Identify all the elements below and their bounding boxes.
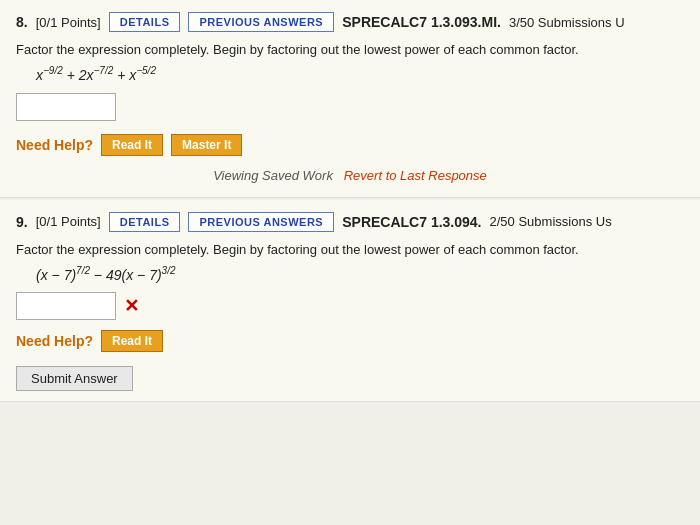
details-button-8[interactable]: DETAILS bbox=[109, 12, 181, 32]
problem-8-instructions: Factor the expression completely. Begin … bbox=[16, 42, 684, 57]
problem-8-code: SPRECALC7 1.3.093.MI. bbox=[342, 14, 501, 30]
problem-9-code: SPRECALC7 1.3.094. bbox=[342, 214, 481, 230]
incorrect-mark: ✕ bbox=[124, 295, 139, 317]
problem-8-answer-input[interactable] bbox=[16, 93, 116, 121]
problem-9-instructions: Factor the expression completely. Begin … bbox=[16, 242, 684, 257]
problem-9: 9. [0/1 Points] DETAILS PREVIOUS ANSWERS… bbox=[0, 200, 700, 403]
problem-9-header: 9. [0/1 Points] DETAILS PREVIOUS ANSWERS… bbox=[16, 212, 684, 232]
problem-9-expression: (x − 7)7/2 − 49(x − 7)3/2 bbox=[36, 265, 684, 283]
problem-9-answer-input[interactable] bbox=[16, 292, 116, 320]
read-it-button-8[interactable]: Read It bbox=[101, 134, 163, 156]
problem-9-need-help: Need Help? bbox=[16, 333, 93, 349]
problem-9-points: [0/1 Points] bbox=[36, 214, 101, 229]
revert-link[interactable]: Revert to Last Response bbox=[344, 168, 487, 183]
problem-8-header: 8. [0/1 Points] DETAILS PREVIOUS ANSWERS… bbox=[16, 12, 684, 32]
problem-9-number: 9. bbox=[16, 214, 28, 230]
read-it-button-9[interactable]: Read It bbox=[101, 330, 163, 352]
problem-8: 8. [0/1 Points] DETAILS PREVIOUS ANSWERS… bbox=[0, 0, 700, 198]
problem-9-submissions: 2/50 Submissions Us bbox=[490, 214, 612, 229]
details-button-9[interactable]: DETAILS bbox=[109, 212, 181, 232]
problem-8-need-help: Need Help? bbox=[16, 137, 93, 153]
problem-8-help-row: Need Help? Read It Master It bbox=[16, 134, 684, 156]
problem-9-answer-row: ✕ bbox=[16, 292, 684, 320]
viewing-saved-row: Viewing Saved Work Revert to Last Respon… bbox=[16, 164, 684, 187]
prev-answers-button-9[interactable]: PREVIOUS ANSWERS bbox=[188, 212, 334, 232]
problem-9-help-row: Need Help? Read It bbox=[16, 330, 684, 352]
problem-8-submissions: 3/50 Submissions U bbox=[509, 15, 625, 30]
submit-answer-button[interactable]: Submit Answer bbox=[16, 366, 133, 391]
master-it-button-8[interactable]: Master It bbox=[171, 134, 242, 156]
prev-answers-button-8[interactable]: PREVIOUS ANSWERS bbox=[188, 12, 334, 32]
problem-8-points: [0/1 Points] bbox=[36, 15, 101, 30]
problem-8-expression: x−9/2 + 2x−7/2 + x−5/2 bbox=[36, 65, 684, 83]
problem-8-number: 8. bbox=[16, 14, 28, 30]
viewing-saved-text: Viewing Saved Work bbox=[213, 168, 333, 183]
